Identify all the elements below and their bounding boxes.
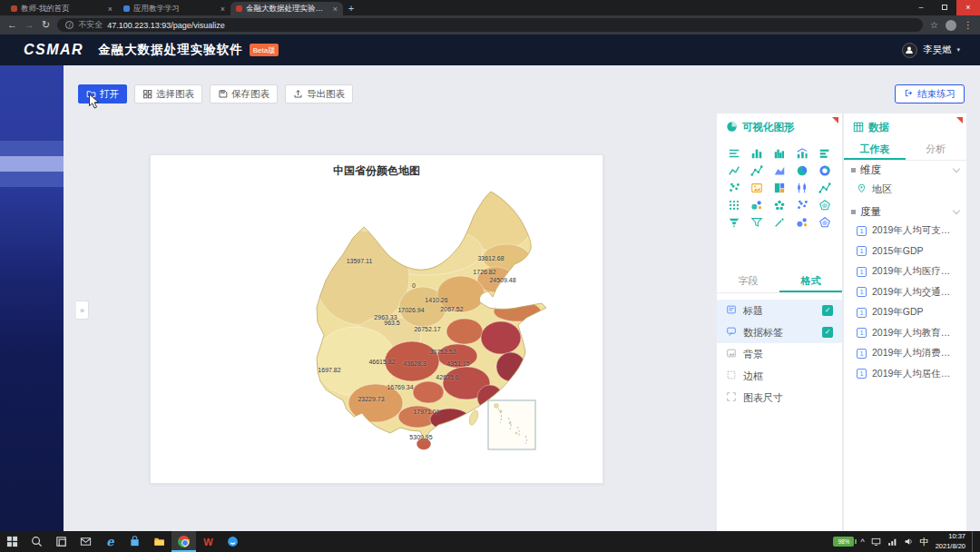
horizontal-bar-chart-icon[interactable]: [814, 144, 837, 162]
checkbox-checked[interactable]: ✓: [822, 327, 833, 338]
format-row[interactable]: 图表尺寸: [717, 387, 842, 409]
bar-line-chart-icon[interactable]: [791, 144, 814, 162]
measure-item[interactable]: 12019年人均交通通信…: [844, 282, 966, 303]
pie-chart-icon[interactable]: [791, 162, 814, 179]
taskbar-clock[interactable]: 10:37 2021/8/20: [936, 532, 965, 550]
bubble-cluster-icon[interactable]: [791, 213, 814, 231]
measure-item[interactable]: 12019年人均教育支出: [844, 323, 966, 344]
browser-tab[interactable]: 教师-我的首页×: [5, 2, 118, 15]
scatter-blue-chart-icon[interactable]: [791, 196, 814, 213]
search-taskbar-icon[interactable]: [24, 531, 49, 552]
bubble-chart-icon[interactable]: [745, 196, 768, 213]
maximize-button[interactable]: [933, 0, 956, 15]
viz-panel-header[interactable]: 可视化图形: [726, 121, 795, 134]
measure-item[interactable]: 12019年GDP: [844, 302, 966, 323]
tab-analysis[interactable]: 分析: [906, 139, 967, 160]
panel-collapse-marker[interactable]: [832, 117, 838, 123]
data-panel-header[interactable]: 数据: [853, 121, 889, 134]
dimension-item-region[interactable]: 地区: [844, 179, 966, 199]
tray-expand-icon[interactable]: ^: [860, 537, 864, 547]
tab-close-icon[interactable]: ×: [333, 5, 338, 14]
folder-open-button[interactable]: 打开: [78, 84, 127, 104]
polygon-chart-icon[interactable]: [814, 213, 837, 231]
end-practice-button[interactable]: 结束练习: [895, 84, 965, 104]
user-menu[interactable]: 李昊燃 ▾: [902, 43, 960, 58]
sidebar-expander[interactable]: »: [76, 301, 89, 320]
measures-header[interactable]: 度量: [844, 202, 966, 221]
line-chart-icon[interactable]: [722, 162, 745, 179]
forward-button[interactable]: →: [24, 20, 34, 30]
format-row[interactable]: 数据标签✓: [717, 321, 842, 343]
nav-item[interactable]: [0, 172, 64, 187]
network-icon[interactable]: [887, 534, 897, 550]
panel-collapse-marker[interactable]: [956, 117, 963, 123]
export-button[interactable]: 导出图表: [285, 84, 353, 104]
checkbox-checked[interactable]: ✓: [822, 305, 833, 316]
back-button[interactable]: ←: [7, 20, 17, 30]
minimize-button[interactable]: –: [909, 0, 933, 15]
format-row[interactable]: 背景: [717, 343, 842, 365]
format-row[interactable]: 标题✓: [717, 300, 842, 321]
nav-item-active[interactable]: [0, 156, 64, 172]
line-scatter-chart-icon[interactable]: [814, 179, 837, 196]
picture-chart-icon[interactable]: [745, 179, 768, 196]
china-choropleth-map[interactable]: 13597.1133612.681726.8224509.4801410.261…: [151, 180, 604, 479]
chevron-down-icon[interactable]: [953, 206, 960, 213]
filter-funnel-icon[interactable]: [745, 213, 768, 231]
address-input[interactable]: i 不安全 47.100.223.13:93/page/visualize: [57, 18, 923, 32]
tab-close-icon[interactable]: ×: [108, 5, 113, 14]
dimensions-header[interactable]: 维度: [844, 161, 966, 179]
volume-icon[interactable]: [904, 534, 914, 550]
new-tab-button[interactable]: +: [343, 2, 359, 15]
wand-icon[interactable]: [768, 213, 790, 231]
treemap-chart-icon[interactable]: [768, 179, 790, 196]
edge-taskbar-icon[interactable]: e: [98, 531, 122, 552]
tab-close-icon[interactable]: ×: [220, 5, 225, 14]
browser-tab[interactable]: 应用教学学习×: [118, 2, 230, 15]
chart-canvas[interactable]: 中国省份颜色地图: [150, 154, 603, 484]
scatter-chart-icon[interactable]: [722, 179, 745, 196]
tab-fields[interactable]: 字段: [717, 270, 779, 292]
dot-matrix-chart-icon[interactable]: [722, 196, 745, 213]
chevron-down-icon[interactable]: [953, 164, 960, 172]
candlestick-chart-icon[interactable]: [791, 179, 814, 196]
show-desktop-button[interactable]: [972, 531, 976, 552]
store-taskbar-icon[interactable]: [122, 531, 147, 552]
info-icon[interactable]: i: [65, 21, 74, 29]
close-button[interactable]: ×: [956, 0, 980, 15]
select-chart-button[interactable]: 选择图表: [134, 84, 202, 104]
area-chart-icon[interactable]: [768, 162, 790, 179]
rose-chart-icon[interactable]: [768, 196, 790, 213]
format-row[interactable]: 边框: [717, 365, 842, 387]
measure-item[interactable]: 12015年GDP: [844, 242, 966, 262]
ime-indicator[interactable]: 中: [920, 536, 929, 548]
task-view-taskbar-icon[interactable]: [49, 531, 74, 552]
browser-profile-avatar[interactable]: [946, 20, 956, 31]
table-chart-icon[interactable]: [722, 144, 745, 162]
histogram-icon[interactable]: [768, 144, 790, 162]
browser-tab[interactable]: 金融大数据处理实验软件×: [230, 2, 343, 15]
measure-item[interactable]: 12019年人均医疗支出: [844, 261, 966, 282]
tab-format[interactable]: 格式: [779, 270, 842, 292]
mail-taskbar-icon[interactable]: [74, 531, 98, 552]
browser-menu-icon[interactable]: ⋮: [964, 20, 973, 30]
messaging-taskbar-icon[interactable]: [220, 531, 245, 552]
step-line-chart-icon[interactable]: [745, 162, 768, 179]
funnel-chart-icon[interactable]: [722, 213, 745, 231]
measure-item[interactable]: 12019年人均消费支出: [844, 343, 966, 364]
save-button[interactable]: 保存图表: [210, 84, 278, 104]
chrome-taskbar-icon[interactable]: [172, 531, 196, 552]
measure-item[interactable]: 12019年人均可支配收入: [844, 221, 966, 242]
bar-chart-icon[interactable]: [745, 144, 768, 162]
bookmark-star-icon[interactable]: ☆: [930, 20, 938, 30]
nav-item[interactable]: [0, 141, 64, 156]
measure-item[interactable]: 12019年人均居住支出: [844, 364, 966, 385]
display-icon[interactable]: [871, 534, 881, 550]
donut-chart-icon[interactable]: [814, 162, 837, 179]
battery-icon[interactable]: 98%: [833, 537, 854, 547]
tab-worksheet[interactable]: 工作表: [844, 139, 906, 160]
reload-button[interactable]: ↻: [42, 20, 50, 30]
file-explorer-taskbar-icon[interactable]: [147, 531, 172, 552]
radar-chart-icon[interactable]: [814, 196, 837, 213]
wps-taskbar-icon[interactable]: W: [196, 531, 220, 552]
